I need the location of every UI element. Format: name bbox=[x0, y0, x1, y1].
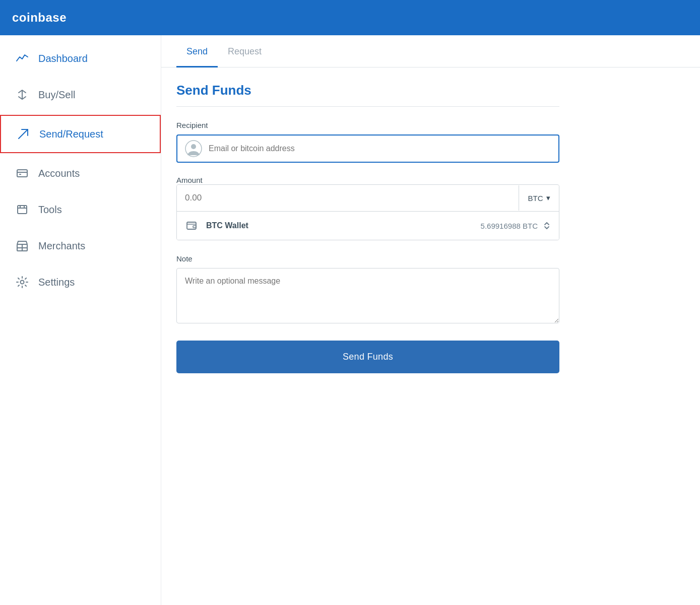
buysell-icon bbox=[15, 88, 29, 102]
tools-icon bbox=[15, 203, 29, 217]
amount-row: BTC ▾ bbox=[177, 185, 559, 212]
header: coinbase bbox=[0, 0, 700, 35]
app-wrapper: coinbase Dashboard bbox=[0, 0, 700, 605]
sidebar-item-tools-label: Tools bbox=[38, 204, 62, 216]
sidebar-item-merchants[interactable]: Merchants bbox=[0, 228, 161, 264]
sidebar-item-accounts-label: Accounts bbox=[38, 168, 80, 179]
wallet-balance: 5.69916988 BTC bbox=[481, 222, 538, 230]
currency-chevron: ▾ bbox=[546, 193, 550, 203]
note-section: Note bbox=[176, 254, 559, 325]
send-form: Send Funds Recipient Amount bbox=[161, 68, 575, 388]
form-divider bbox=[176, 106, 559, 107]
svg-line-1 bbox=[19, 129, 28, 139]
logo: coinbase bbox=[12, 11, 67, 25]
sidebar-item-merchants-label: Merchants bbox=[38, 240, 85, 252]
sidebar-item-buysell[interactable]: Buy/Sell bbox=[0, 77, 161, 113]
svg-rect-4 bbox=[19, 174, 21, 175]
wallet-icon bbox=[185, 219, 199, 233]
sidebar-item-sendrequest[interactable]: Send/Request bbox=[0, 115, 161, 153]
sidebar-item-tools[interactable]: Tools bbox=[0, 191, 161, 228]
svg-point-14 bbox=[191, 144, 196, 149]
send-funds-button[interactable]: Send Funds bbox=[176, 341, 559, 373]
sidebar-item-settings[interactable]: Settings bbox=[0, 264, 161, 300]
amount-wrapper: BTC ▾ BTC Wallet bbox=[176, 184, 559, 240]
amount-label: Amount bbox=[176, 176, 559, 184]
wallet-stepper[interactable] bbox=[543, 221, 551, 231]
currency-select[interactable]: BTC ▾ bbox=[519, 185, 559, 211]
accounts-icon bbox=[15, 166, 29, 180]
sidebar-item-settings-label: Settings bbox=[38, 277, 75, 288]
svg-rect-2 bbox=[17, 170, 27, 177]
sidebar-item-buysell-label: Buy/Sell bbox=[38, 89, 75, 101]
note-textarea[interactable] bbox=[176, 268, 559, 323]
content-area: Send Request Send Funds Recipient bbox=[161, 35, 700, 605]
wallet-name: BTC Wallet bbox=[206, 221, 481, 230]
recipient-field-wrapper[interactable] bbox=[176, 135, 559, 163]
recipient-input[interactable] bbox=[209, 144, 551, 153]
currency-label: BTC bbox=[528, 194, 543, 203]
sidebar: Dashboard Buy/Sell bbox=[0, 35, 161, 605]
sidebar-item-sendrequest-label: Send/Request bbox=[39, 128, 103, 140]
tab-send[interactable]: Send bbox=[176, 35, 218, 68]
amount-input[interactable] bbox=[177, 185, 519, 211]
sidebar-item-dashboard-label: Dashboard bbox=[38, 53, 88, 64]
wallet-row: BTC Wallet 5.69916988 BTC bbox=[177, 212, 559, 240]
tabs-bar: Send Request bbox=[161, 35, 700, 68]
sidebar-item-dashboard[interactable]: Dashboard bbox=[0, 40, 161, 77]
note-label: Note bbox=[176, 254, 559, 263]
main-layout: Dashboard Buy/Sell bbox=[0, 35, 700, 605]
tab-request[interactable]: Request bbox=[218, 35, 272, 68]
sidebar-item-accounts[interactable]: Accounts bbox=[0, 155, 161, 191]
svg-point-12 bbox=[21, 281, 24, 284]
settings-icon bbox=[15, 275, 29, 289]
send-icon bbox=[16, 127, 30, 141]
svg-rect-5 bbox=[18, 206, 27, 214]
form-title: Send Funds bbox=[176, 83, 559, 98]
merchants-icon bbox=[15, 239, 29, 253]
recipient-avatar-icon bbox=[184, 140, 203, 158]
dashboard-icon bbox=[15, 51, 29, 65]
recipient-label: Recipient bbox=[176, 121, 559, 129]
